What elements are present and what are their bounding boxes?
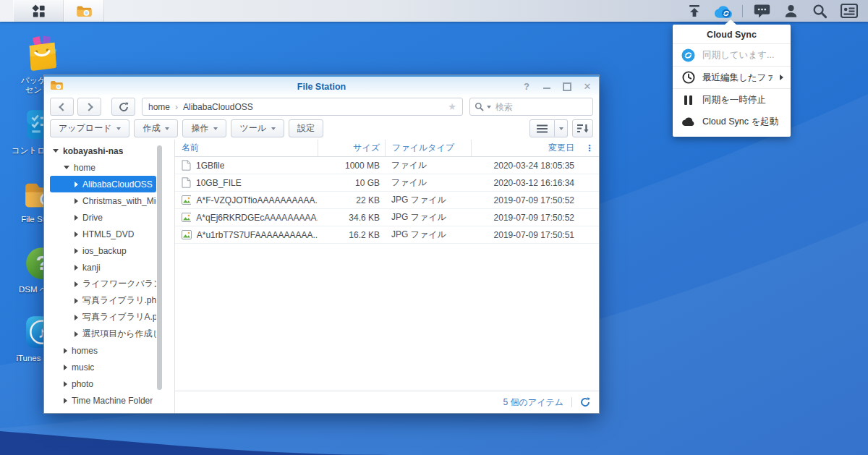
column-header-size[interactable]: サイズ	[318, 140, 385, 156]
sidebar-item-ios-backup[interactable]: ios_backup	[50, 242, 156, 259]
table-row[interactable]: 1GBfile 1000 MB ファイル 2020-03-24 18:05:35	[175, 157, 599, 174]
sidebar-item-drive[interactable]: Drive	[50, 209, 156, 226]
file-icon	[182, 177, 191, 188]
back-button[interactable]	[50, 98, 74, 116]
sidebar-item-photo-library[interactable]: 写真ライブラリ.photos...	[50, 292, 156, 309]
menu-item-syncing[interactable]: 同期しています...	[673, 44, 791, 66]
button-label: 設定	[297, 122, 315, 135]
search-options-caret-icon[interactable]	[487, 106, 491, 109]
menu-item-label: 同期しています...	[702, 49, 774, 61]
status-divider	[571, 397, 572, 407]
file-type: ファイル	[385, 157, 471, 174]
package-center-icon	[12, 33, 72, 72]
sidebar-item-christmas-with-mick[interactable]: Christmas_with_Mick...	[50, 192, 156, 209]
cloud-sync-icon	[713, 4, 733, 19]
status-bar: 5 個のアイテム	[175, 391, 599, 413]
tree-label: Drive	[82, 213, 103, 223]
sidebar-scrollbar[interactable]	[157, 145, 162, 390]
refresh-button[interactable]	[111, 98, 135, 116]
sidebar-item-created-from-selection[interactable]: 選択項目から作成した...	[50, 326, 156, 342]
main-menu-button[interactable]	[13, 0, 64, 22]
refresh-icon	[119, 102, 129, 112]
sync-progress-icon	[681, 48, 695, 62]
search-input[interactable]	[494, 101, 588, 113]
file-size: 34.6 KB	[318, 209, 385, 226]
search-icon	[475, 102, 484, 111]
menu-item-launch-cloud-sync[interactable]: Cloud Sync を起動	[673, 111, 791, 132]
chevron-left-icon	[59, 103, 67, 111]
sidebar-item-life-work-balance[interactable]: ライフワークバランス2...	[50, 276, 156, 292]
submenu-arrow-icon	[780, 75, 783, 80]
clock-icon	[681, 71, 695, 85]
view-mode-caret-button[interactable]	[555, 119, 568, 137]
settings-button[interactable]: 設定	[289, 119, 323, 137]
sidebar-item-time-machine-folder[interactable]: Time Machine Folder	[50, 392, 156, 409]
sidebar-item-music[interactable]: music	[50, 359, 156, 375]
table-row[interactable]: A*F-VZQJOTfioAAAAAAAAAA... 22 KB JPG ファイ…	[175, 192, 599, 209]
search-box	[469, 98, 593, 116]
caret-right-icon	[64, 398, 67, 404]
file-size: 16.2 KB	[318, 226, 385, 243]
refresh-list-button[interactable]	[580, 397, 590, 407]
menu-item-pause-sync[interactable]: 同期を一時停止	[673, 89, 791, 111]
upload-queue-button[interactable]	[684, 1, 704, 21]
sidebar-item-home[interactable]: home	[50, 159, 156, 176]
caret-down-icon	[53, 149, 59, 153]
window-titlebar[interactable]: File Station ? ✕	[44, 75, 599, 96]
panel-title: Cloud Sync	[673, 25, 791, 43]
sidebar-item-photo[interactable]: photo	[50, 375, 156, 392]
sidebar-item-kobayashi-nas[interactable]: kobayashi-nas	[50, 143, 156, 159]
upload-menu-button[interactable]: アップロード	[50, 119, 129, 137]
column-header-name[interactable]: 名前	[175, 140, 318, 156]
caret-down-icon	[271, 127, 276, 130]
minimize-button[interactable]	[542, 82, 551, 91]
file-size: 1000 MB	[318, 157, 385, 174]
user-menu-button[interactable]	[781, 1, 801, 21]
taskbar-file-station-button[interactable]	[64, 0, 104, 22]
forward-button[interactable]	[77, 98, 101, 116]
window-title: File Station	[297, 82, 346, 92]
view-mode-button[interactable]	[529, 119, 555, 137]
cloud-icon	[681, 115, 695, 129]
menu-item-recently-edited[interactable]: 最近編集したファイル	[673, 67, 791, 88]
create-menu-button[interactable]: 作成	[134, 119, 178, 137]
folder-tree-sidebar: kobayashi-nas home AlibabaCloudOSS Chris…	[44, 140, 175, 413]
column-header-type[interactable]: ファイルタイプ	[385, 140, 471, 156]
caret-right-icon	[75, 315, 78, 320]
file-size: 22 KB	[318, 192, 385, 208]
cloud-sync-tray-button[interactable]	[713, 1, 733, 21]
tree-label: 写真ライブラリ.photos...	[82, 294, 156, 307]
table-row[interactable]: A*qEj6RKRDGEcAAAAAAAAA... 34.6 KB JPG ファ…	[175, 209, 599, 226]
help-button[interactable]: ?	[522, 82, 531, 91]
file-name: A*qEj6RKRDGEcAAAAAAAAA...	[196, 213, 318, 223]
tree-label: Christmas_with_Mick...	[82, 196, 156, 206]
table-row[interactable]: 10GB_FILE 10 GB ファイル 2020-03-12 16:16:34	[175, 174, 599, 192]
image-file-icon	[182, 213, 191, 222]
tree-label: ios_backup	[82, 246, 127, 256]
address-breadcrumb[interactable]: home › AlibabaCloudOSS ★	[142, 98, 463, 116]
tools-menu-button[interactable]: ツール	[231, 119, 284, 137]
window-controls: ? ✕	[522, 77, 592, 96]
file-type: ファイル	[385, 174, 471, 191]
breadcrumb-root[interactable]: home	[148, 102, 170, 112]
notifications-button[interactable]	[752, 1, 772, 21]
file-station-icon	[50, 80, 64, 91]
widgets-button[interactable]	[839, 1, 859, 21]
search-tray-button[interactable]	[810, 1, 830, 21]
action-menu-button[interactable]: 操作	[182, 119, 226, 137]
table-row[interactable]: A*u1rbT7S7UFAAAAAAAAAA... 16.2 KB JPG ファ…	[175, 226, 599, 244]
file-modified: 2019-07-09 17:50:51	[471, 226, 580, 243]
column-options-icon[interactable]: ⋮	[580, 140, 599, 156]
sidebar-item-alibabacloudoss[interactable]: AlibabaCloudOSS	[50, 176, 156, 192]
close-button[interactable]: ✕	[583, 82, 592, 91]
sidebar-item-kanji[interactable]: kanji	[50, 259, 156, 276]
maximize-button[interactable]	[563, 82, 571, 91]
breadcrumb-separator: ›	[175, 102, 178, 112]
favorite-star-icon[interactable]: ★	[448, 101, 456, 112]
column-header-modified[interactable]: 変更日	[471, 140, 580, 156]
sort-button[interactable]	[572, 119, 593, 137]
breadcrumb-current[interactable]: AlibabaCloudOSS	[183, 102, 253, 112]
sidebar-item-html5-dvd[interactable]: HTML5_DVD	[50, 226, 156, 242]
sidebar-item-photo-library-a[interactable]: 写真ライブラリA.phot...	[50, 309, 156, 326]
sidebar-item-homes[interactable]: homes	[50, 342, 156, 359]
